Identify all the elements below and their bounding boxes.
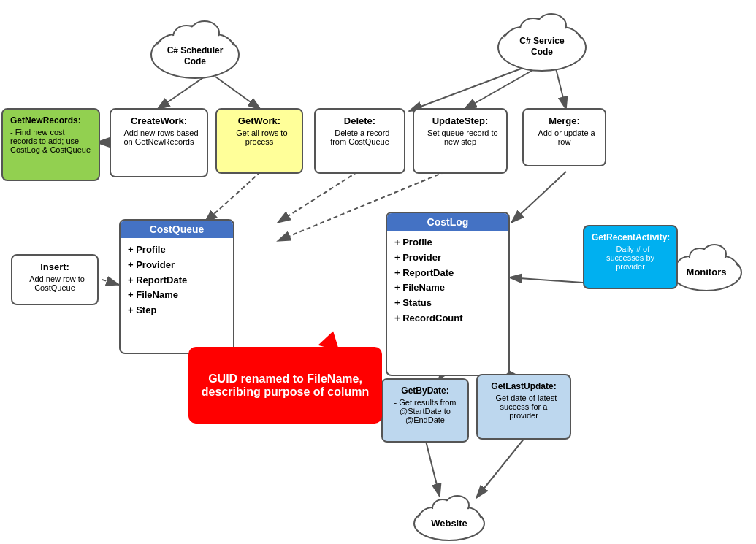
service-cloud: C# Service Code xyxy=(489,4,595,73)
svg-line-3 xyxy=(215,77,261,110)
get-recent-activity-body: - Daily # of successes by provider xyxy=(592,245,669,271)
delete-body: - Delete a record from CostQueue xyxy=(323,129,397,146)
svg-text:Code: Code xyxy=(184,56,206,66)
svg-text:Code: Code xyxy=(531,47,553,57)
get-recent-activity-title: GetRecentActivity: xyxy=(592,232,669,242)
create-work-title: CreateWork: xyxy=(118,115,199,126)
merge-box: Merge: - Add or update a row xyxy=(522,108,606,166)
cost-queue-field-1: + Profile xyxy=(128,242,226,258)
get-by-date-box: GetByDate: - Get results from @StartDate… xyxy=(381,378,469,443)
cost-log-field-2: + Provider xyxy=(394,250,501,266)
cost-log-body: + Profile + Provider + ReportDate + File… xyxy=(387,231,508,331)
scheduler-cloud: C# Scheduler Code xyxy=(142,11,248,80)
svg-point-45 xyxy=(538,15,565,36)
insert-title: Insert: xyxy=(20,261,90,272)
svg-point-59 xyxy=(704,246,725,262)
cost-queue-field-2: + Provider xyxy=(128,258,226,273)
cost-log-header: CostLog xyxy=(387,213,508,231)
create-work-box: CreateWork: - Add new rows based on GetN… xyxy=(110,108,208,177)
guid-callout-text: GUID renamed to FileName, describing pur… xyxy=(197,372,373,399)
cost-log-field-1: + Profile xyxy=(394,235,501,250)
cost-log-table: CostLog + Profile + Provider + ReportDat… xyxy=(386,212,510,376)
update-step-box: UpdateStep: - Set queue record to new st… xyxy=(413,108,508,174)
diagram: C# Scheduler Code C# Service Code xyxy=(0,0,756,544)
cost-log-field-3: + ReportDate xyxy=(394,266,501,281)
svg-point-31 xyxy=(191,23,218,43)
svg-line-12 xyxy=(511,172,566,223)
get-by-date-body: - Get results from @StartDate to @EndDat… xyxy=(390,398,460,424)
svg-point-72 xyxy=(447,497,467,513)
cost-queue-table: CostQueue + Profile + Provider + ReportD… xyxy=(119,219,234,354)
svg-text:Monitors: Monitors xyxy=(687,267,727,277)
delete-box: Delete: - Delete a record from CostQueue xyxy=(314,108,405,174)
update-step-body: - Set queue record to new step xyxy=(421,129,499,146)
get-recent-activity-box: GetRecentActivity: - Daily # of successe… xyxy=(583,225,678,289)
cost-log-field-6: + RecordCount xyxy=(394,311,501,326)
svg-line-18 xyxy=(476,438,524,498)
website-cloud: Website xyxy=(408,491,492,542)
cost-queue-field-4: + FileName xyxy=(128,288,226,303)
cost-log-field-4: + FileName xyxy=(394,280,501,296)
cost-queue-header: CostQueue xyxy=(121,221,233,238)
cost-queue-field-5: + Step xyxy=(128,303,226,318)
create-work-body: - Add new rows based on GetNewRecords xyxy=(118,129,199,146)
get-new-records-body: - Find new cost records to add; use Cost… xyxy=(10,128,91,154)
svg-text:C# Scheduler: C# Scheduler xyxy=(167,45,224,55)
delete-title: Delete: xyxy=(323,115,397,126)
update-step-title: UpdateStep: xyxy=(421,115,499,126)
get-new-records-box: GetNewRecords: - Find new cost records t… xyxy=(1,108,100,181)
insert-body: - Add new row to CostQueue xyxy=(20,275,90,292)
cost-log-field-5: + Status xyxy=(394,296,501,311)
cost-queue-field-3: + ReportDate xyxy=(128,273,226,288)
get-work-box: GetWork: - Get all rows to process xyxy=(215,108,303,174)
guid-callout: GUID renamed to FileName, describing pur… xyxy=(188,347,382,424)
insert-box: Insert: - Add new row to CostQueue xyxy=(11,254,99,305)
svg-line-9 xyxy=(278,172,358,223)
svg-line-2 xyxy=(157,77,205,110)
get-last-update-body: - Get date of latest success for a provi… xyxy=(485,394,562,420)
get-by-date-title: GetByDate: xyxy=(390,386,460,396)
get-new-records-title: GetNewRecords: xyxy=(10,115,91,126)
svg-text:Website: Website xyxy=(431,518,467,529)
get-work-body: - Get all rows to process xyxy=(224,129,294,146)
cost-queue-body: + Profile + Provider + ReportDate + File… xyxy=(121,238,233,323)
svg-text:C# Service: C# Service xyxy=(519,36,565,46)
svg-line-8 xyxy=(205,172,261,223)
merge-title: Merge: xyxy=(531,115,597,126)
get-last-update-title: GetLastUpdate: xyxy=(485,381,562,391)
svg-line-17 xyxy=(425,438,440,497)
merge-body: - Add or update a row xyxy=(531,129,597,146)
get-work-title: GetWork: xyxy=(224,115,294,126)
get-last-update-box: GetLastUpdate: - Get date of latest succ… xyxy=(476,374,571,440)
